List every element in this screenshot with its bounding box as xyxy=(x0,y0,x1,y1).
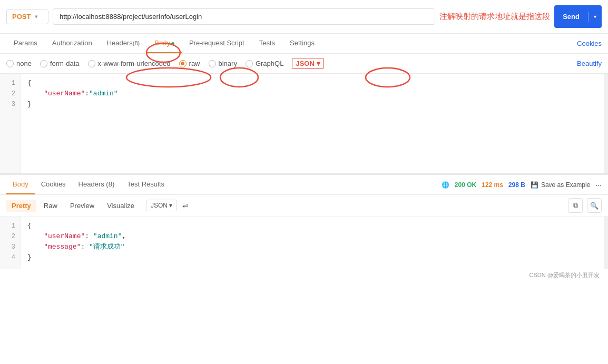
radio-raw[interactable]: raw xyxy=(179,60,200,67)
radio-label-binary: binary xyxy=(219,60,237,67)
radio-label-none: none xyxy=(16,60,32,67)
url-input[interactable] xyxy=(53,8,435,25)
fmt-tab-raw[interactable]: Raw xyxy=(38,200,63,212)
method-dropdown[interactable]: POST ▾ xyxy=(6,9,48,24)
response-json-dropdown[interactable]: JSON ▾ xyxy=(146,200,177,211)
radio-label-graphql: GraphQL xyxy=(256,60,283,67)
radio-circle-binary xyxy=(209,60,216,67)
json-btn-chevron: ▾ xyxy=(169,202,172,209)
json-type-label: JSON xyxy=(296,60,314,67)
cookies-link[interactable]: Cookies xyxy=(577,34,602,53)
radio-binary[interactable]: binary xyxy=(209,60,237,67)
radio-label-raw: raw xyxy=(189,60,200,67)
beautify-button[interactable]: Beautify xyxy=(577,60,602,67)
resp-tab-headers[interactable]: Headers (8) xyxy=(72,175,121,194)
filter-icon[interactable]: ⇌ xyxy=(182,201,189,210)
resp-code-content[interactable]: { "userName": "admin", "message": "请求成功"… xyxy=(21,217,604,269)
radio-circle-form-data xyxy=(40,60,47,67)
response-size: 298 B xyxy=(508,181,525,189)
radio-circle-graphql xyxy=(246,60,253,67)
radio-none[interactable]: none xyxy=(6,60,32,67)
send-main-button[interactable]: Send xyxy=(554,9,588,24)
method-label: POST xyxy=(12,13,31,21)
response-format-row: Pretty Raw Preview Visualize JSON ▾ ⇌ ⧉ … xyxy=(0,195,608,217)
resp-scrollbar[interactable] xyxy=(604,217,608,269)
response-stats: 🌐 200 OK 122 ms 298 B 💾 Save as Example … xyxy=(442,181,602,189)
resp-code-line-1: { xyxy=(27,221,597,231)
status-badge: 200 OK xyxy=(455,181,476,189)
tab-headers[interactable]: Headers(8) xyxy=(100,34,148,53)
save-icon: 💾 xyxy=(531,181,538,189)
resp-code-line-2: "userName": "admin", xyxy=(27,231,597,242)
tab-body[interactable]: Body xyxy=(147,34,182,53)
copy-button[interactable]: ⧉ xyxy=(568,198,583,213)
response-actions: ⧉ 🔍 xyxy=(568,198,602,213)
page-footer: CSDN @爱喝茶的小丑开发 xyxy=(0,269,608,281)
radio-x-www[interactable]: x-www-form-urlencoded xyxy=(88,60,171,67)
search-button[interactable]: 🔍 xyxy=(587,198,602,213)
app-container: POST ▾ 注解映射的请求地址就是指这段 Send ▾ Params Auth… xyxy=(0,0,608,364)
req-code-line-1: { xyxy=(27,78,597,88)
tab-params[interactable]: Params xyxy=(6,34,45,53)
fmt-tab-visualize[interactable]: Visualize xyxy=(102,200,140,212)
radio-circle-raw xyxy=(179,60,187,67)
send-button-group: Send ▾ xyxy=(554,5,602,28)
req-code-line-3: } xyxy=(27,99,597,110)
annotation-text: 注解映射的请求地址就是指这段 xyxy=(439,12,550,22)
body-active-dot xyxy=(171,42,174,45)
chevron-down-icon: ▾ xyxy=(35,14,37,19)
resp-code-line-3: "message": "请求成功" xyxy=(27,242,597,252)
req-code-line-2: "userName":"admin" xyxy=(27,88,597,99)
response-section: Body Cookies Headers (8) Test Results 🌐 … xyxy=(0,174,608,269)
radio-graphql[interactable]: GraphQL xyxy=(246,60,283,67)
req-line-numbers: 1 2 3 xyxy=(0,74,21,173)
response-tabs-row: Body Cookies Headers (8) Test Results 🌐 … xyxy=(0,175,608,195)
request-tabs: Params Authorization Headers(8) Body Pre… xyxy=(0,34,608,54)
tab-pre-request-script[interactable]: Pre-request Script xyxy=(182,34,252,53)
radio-label-form-data: form-data xyxy=(50,60,80,67)
more-options-button[interactable]: ··· xyxy=(595,181,602,189)
save-as-example-button[interactable]: 💾 Save as Example xyxy=(531,181,590,189)
resp-tab-cookies[interactable]: Cookies xyxy=(35,175,72,194)
resp-line-numbers: 1 2 3 4 xyxy=(0,217,21,269)
tab-settings[interactable]: Settings xyxy=(282,34,322,53)
footer-text: CSDN @爱喝茶的小丑开发 xyxy=(529,272,600,278)
body-options-row: none form-data x-www-form-urlencoded raw… xyxy=(0,54,608,74)
url-bar: POST ▾ 注解映射的请求地址就是指这段 Send ▾ xyxy=(0,0,608,34)
tab-authorization[interactable]: Authorization xyxy=(45,34,100,53)
resp-tab-test-results[interactable]: Test Results xyxy=(121,175,171,194)
request-code-editor: 1 2 3 { "userName":"admin" } xyxy=(0,74,608,174)
resp-tab-body[interactable]: Body xyxy=(6,175,35,194)
json-type-dropdown[interactable]: JSON ▾ xyxy=(292,58,323,69)
fmt-tab-preview[interactable]: Preview xyxy=(65,200,100,212)
radio-label-x-www: x-www-form-urlencoded xyxy=(98,60,171,67)
response-code-editor: 1 2 3 4 { "userName": "admin", "message"… xyxy=(0,217,608,269)
radio-circle-none xyxy=(6,60,14,67)
send-dropdown-button[interactable]: ▾ xyxy=(589,10,602,23)
json-dropdown-chevron: ▾ xyxy=(317,60,320,67)
radio-circle-x-www xyxy=(88,60,95,67)
resp-code-line-4: } xyxy=(27,252,597,263)
response-time: 122 ms xyxy=(482,181,503,189)
tab-tests[interactable]: Tests xyxy=(252,34,282,53)
fmt-tab-pretty[interactable]: Pretty xyxy=(6,200,36,212)
globe-icon: 🌐 xyxy=(442,181,449,189)
radio-form-data[interactable]: form-data xyxy=(40,60,80,67)
req-scrollbar[interactable] xyxy=(604,74,608,173)
req-code-content[interactable]: { "userName":"admin" } xyxy=(21,74,604,173)
